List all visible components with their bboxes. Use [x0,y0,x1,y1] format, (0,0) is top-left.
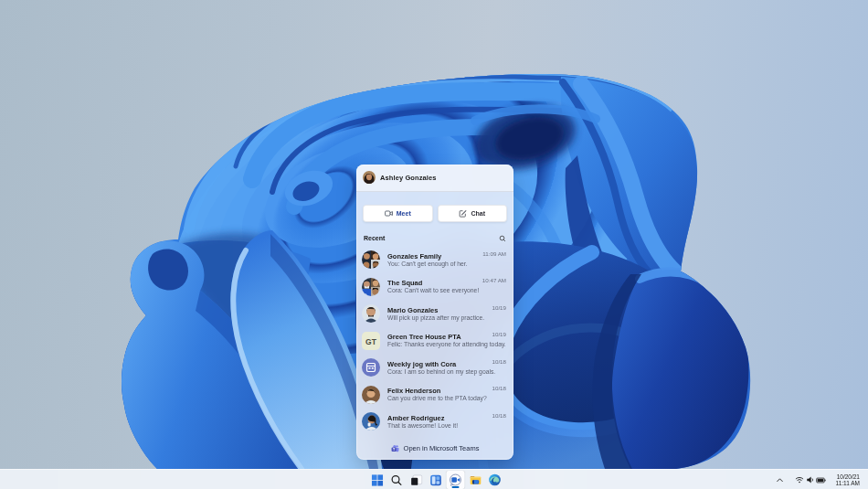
svg-text:GT: GT [365,336,377,345]
